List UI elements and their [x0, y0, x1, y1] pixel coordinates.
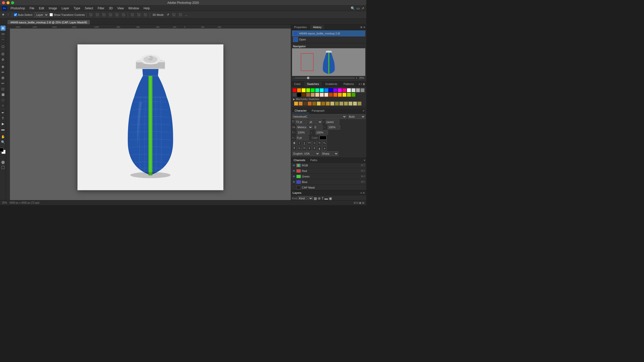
swatch-ff6600[interactable]	[333, 93, 337, 97]
layer-select[interactable]: Layer	[34, 12, 49, 17]
channel-red[interactable]: 👁 Red ⌘3	[291, 168, 366, 174]
foreground-color-swatch[interactable]	[0, 148, 4, 152]
toolbar-more-btn[interactable]: ⋮	[6, 13, 11, 17]
swatches-new-btn[interactable]: +	[361, 83, 362, 85]
menu-window[interactable]: Window	[126, 6, 141, 11]
swatch-cc9966[interactable]	[311, 93, 315, 97]
all-caps-btn[interactable]: TT	[307, 141, 312, 145]
swatch-aaaaaa[interactable]	[356, 88, 360, 92]
share-icon[interactable]: ↗	[361, 6, 364, 10]
machulsky-swatch-c86820[interactable]	[308, 102, 312, 106]
lasso-tool[interactable]: ⌒	[1, 38, 6, 43]
swatch-cc4400[interactable]	[329, 93, 333, 97]
channel-vis-rgb[interactable]: 👁	[293, 164, 295, 167]
distribute-left-btn[interactable]: ⬛	[130, 13, 135, 17]
swatch-ffffff[interactable]	[347, 88, 351, 92]
discretionary-btn[interactable]: fi	[307, 146, 312, 151]
font-size-input[interactable]	[295, 120, 307, 124]
swatch-8800ff[interactable]	[333, 88, 337, 92]
swatch-ffaa00[interactable]	[338, 93, 342, 97]
tab-paths[interactable]: Paths	[308, 158, 320, 162]
swatch-ff00ff[interactable]	[338, 88, 342, 92]
channel-vis-red[interactable]: 👁	[293, 169, 295, 172]
swatch-ffddcc[interactable]	[320, 93, 324, 97]
align-middle-btn[interactable]: ⬛	[114, 13, 120, 17]
tab-channels[interactable]: Channels	[291, 158, 308, 162]
shape-tool[interactable]: ▬	[1, 127, 6, 132]
tab-patterns[interactable]: Patterns	[341, 81, 357, 86]
history-brush-tool[interactable]: ↩	[1, 81, 6, 86]
text-color-swatch[interactable]	[319, 136, 327, 140]
history-item-1[interactable]: Open	[292, 36, 365, 42]
swatch-ff8800[interactable]	[297, 88, 301, 92]
quick-mask-btn[interactable]	[1, 160, 5, 164]
text-tool[interactable]: T	[1, 116, 6, 121]
old-style-btn[interactable]: a̲	[317, 146, 322, 151]
menu-edit[interactable]: Edit	[37, 6, 46, 11]
minimize-button[interactable]	[7, 1, 10, 4]
canvas-content[interactable]	[10, 29, 291, 200]
menu-image[interactable]: Image	[47, 6, 59, 11]
layers-options-btn[interactable]: ≡	[360, 192, 362, 194]
channel-rgb[interactable]: 👁 RGB ⌘2	[291, 163, 366, 168]
blur-tool[interactable]: ◌	[1, 97, 6, 102]
italic-btn[interactable]: I	[297, 141, 302, 145]
machulsky-swatch-c8c080[interactable]	[353, 102, 357, 106]
v-scale-input[interactable]	[315, 130, 328, 135]
zoom-slider-thumb[interactable]	[307, 77, 309, 79]
marquee-tool[interactable]: ▭	[1, 31, 6, 36]
move-tool[interactable]: ✥	[1, 26, 6, 31]
tracking-input[interactable]	[328, 125, 340, 129]
menu-type[interactable]: Type	[72, 6, 82, 11]
tab-gradients[interactable]: Gradients	[322, 81, 341, 86]
machulsky-swatch-b0a060[interactable]	[339, 102, 343, 106]
navigator-viewport[interactable]	[301, 53, 313, 71]
menu-view[interactable]: View	[115, 6, 126, 11]
more-options-btn[interactable]: ...	[184, 13, 188, 17]
channel-vis-green[interactable]: 👁	[293, 175, 295, 178]
crop-tool[interactable]: ⊡	[1, 51, 6, 56]
swatches-options-btn[interactable]: ≡	[359, 83, 360, 85]
swatch-00ffff[interactable]	[320, 88, 324, 92]
character-options-btn[interactable]: ≡	[363, 109, 364, 112]
panel-options-btn[interactable]: ⚙	[360, 26, 363, 29]
swatch-88ff00[interactable]	[306, 88, 310, 92]
filter-smartobj-icon[interactable]: ▣	[329, 196, 332, 200]
strikethrough-btn[interactable]: T̶	[292, 146, 297, 151]
move-tool-btn[interactable]: ✥	[1, 13, 5, 17]
font-family-select[interactable]: HelveticaIC	[292, 114, 347, 119]
kerning-input[interactable]	[314, 125, 323, 129]
leading-input[interactable]	[326, 120, 339, 124]
gradient-tool[interactable]: ▦	[1, 92, 6, 97]
swatch-dddddd[interactable]	[351, 88, 355, 92]
filter-pixel-icon[interactable]: ▦	[314, 196, 317, 200]
tab-properties[interactable]: Properties	[291, 25, 310, 30]
history-item-0[interactable]: 44648-sauce_bottle_mockup 2.tif	[292, 30, 365, 36]
menu-3d[interactable]: 3D	[107, 6, 115, 11]
file-tab-active[interactable]: 44648-sauce_bottle_mockup 2.tif @ 25% (C…	[8, 20, 90, 24]
align-left-btn[interactable]: ⬛	[88, 13, 94, 17]
channels-options-btn[interactable]: ≡	[364, 159, 365, 162]
align-top-btn[interactable]: ⬛	[108, 13, 113, 17]
channel-green[interactable]: 👁 Green ⌘4	[291, 174, 366, 179]
channel-vis-blue[interactable]: 👁	[293, 180, 295, 184]
pen-tool[interactable]: ✒	[1, 110, 6, 115]
swatch-ffcc99[interactable]	[315, 93, 319, 97]
machulsky-swatch-c8b878[interactable]	[330, 102, 334, 106]
zoom-slider[interactable]	[295, 78, 355, 78]
rotate-3d-btn[interactable]: ↺	[166, 13, 170, 17]
zoom-tool[interactable]: 🔍	[1, 140, 6, 145]
swatch-ffff00[interactable]	[302, 88, 306, 92]
swatch-00ffaa[interactable]	[315, 88, 319, 92]
filter-type-icon[interactable]: T	[321, 196, 324, 200]
filter-adjust-icon[interactable]: ⊕	[318, 196, 321, 200]
machulsky-swatch-e8a830[interactable]	[294, 102, 298, 106]
liga-btn[interactable]: fl	[312, 146, 317, 151]
swatch-996633[interactable]	[306, 93, 310, 97]
baseline-input[interactable]	[296, 135, 309, 140]
machulsky-swatch-a8a050[interactable]	[344, 102, 348, 106]
close-button[interactable]	[2, 1, 5, 4]
font-style-select[interactable]: Bold	[348, 114, 365, 119]
superscript-btn[interactable]: T¹	[317, 141, 322, 145]
machulsky-swatch-a09048[interactable]	[357, 102, 361, 106]
